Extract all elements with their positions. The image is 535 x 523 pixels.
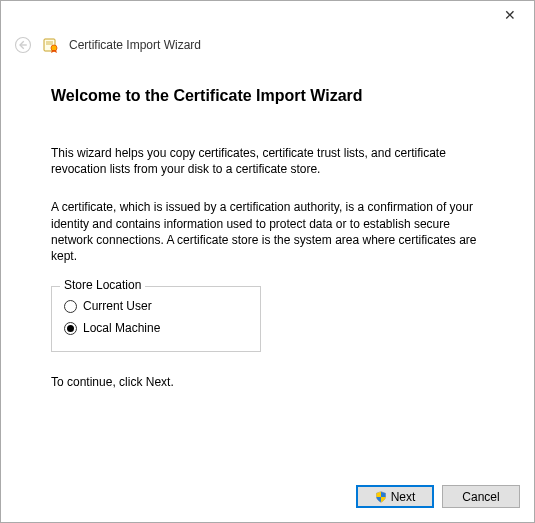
certificate-icon [43,37,59,53]
radio-icon [64,322,77,335]
back-arrow-icon [13,35,33,55]
radio-label: Local Machine [83,321,160,335]
next-button[interactable]: Next [356,485,434,508]
description-text: A certificate, which is issued by a cert… [51,199,484,264]
wizard-footer: Next Cancel [1,475,534,522]
radio-label: Current User [83,299,152,313]
radio-current-user[interactable]: Current User [64,295,248,317]
radio-icon [64,300,77,313]
close-icon[interactable]: ✕ [498,5,522,25]
cancel-button-label: Cancel [462,490,499,504]
page-title: Welcome to the Certificate Import Wizard [51,87,484,105]
intro-text: This wizard helps you copy certificates,… [51,145,484,177]
titlebar: ✕ [1,1,534,29]
wizard-title: Certificate Import Wizard [69,38,201,52]
next-button-label: Next [391,490,416,504]
continue-hint: To continue, click Next. [51,374,484,390]
store-location-group: Store Location Current User Local Machin… [51,286,261,352]
wizard-window: ✕ Certificate Import Wizard Welcome to t… [0,0,535,523]
cancel-button[interactable]: Cancel [442,485,520,508]
wizard-content: Welcome to the Certificate Import Wizard… [1,63,534,475]
radio-local-machine[interactable]: Local Machine [64,317,248,339]
wizard-header: Certificate Import Wizard [1,29,534,63]
store-location-legend: Store Location [60,278,145,292]
uac-shield-icon [375,491,387,503]
